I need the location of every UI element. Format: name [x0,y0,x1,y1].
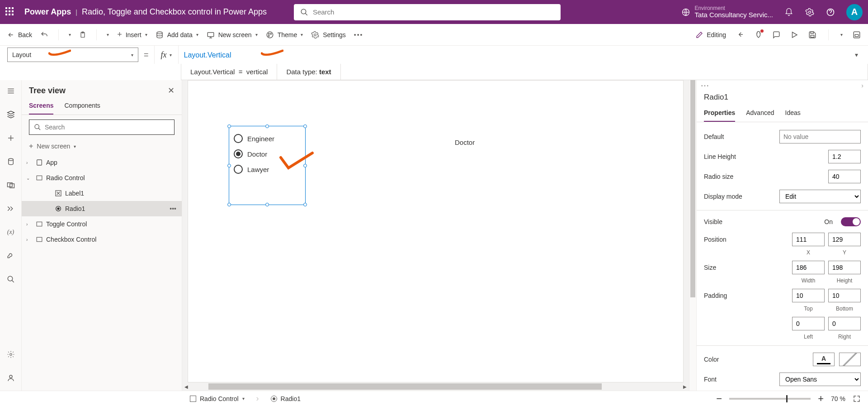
share-icon[interactable] [736,31,744,39]
pos-x-input[interactable] [792,233,825,246]
publish-icon[interactable] [853,31,861,39]
svg-rect-38 [37,222,42,226]
rail-media[interactable] [5,180,16,191]
rail-data[interactable] [5,156,16,167]
breadcrumb-control[interactable]: Radio1 [266,393,305,404]
radio-size-input[interactable] [828,170,861,183]
zoom-out-icon[interactable]: − [716,393,722,405]
paste-chevron[interactable]: ▾ [107,32,109,37]
insert-button[interactable]: +Insert▾ [117,30,147,39]
back-button[interactable]: Back [7,31,32,38]
editing-mode[interactable]: Editing [696,31,726,38]
tab-ideas[interactable]: Ideas [785,106,801,122]
rail-settings[interactable] [5,349,16,360]
search-input[interactable] [313,8,554,16]
label1-control[interactable]: Doctor [455,139,475,146]
property-selector[interactable]: Layout ▾ [7,48,138,62]
scroll-left-icon[interactable]: ◀ [182,384,190,389]
display-mode-select[interactable]: Edit [779,190,861,203]
props-collapse[interactable]: • • •› [697,80,868,91]
breadcrumb-screen[interactable]: Radio Control▾ [185,393,249,404]
more-button[interactable]: ••• [354,31,363,38]
fx-button[interactable]: fx▾ [154,46,179,64]
close-icon[interactable]: ✕ [168,86,175,96]
rail-insert[interactable] [5,133,16,143]
tree-node-app[interactable]: ›App [22,155,182,170]
new-screen-button[interactable]: New screen▾ [207,31,258,39]
line-height-input[interactable] [828,150,861,163]
vscroll-thumb[interactable] [690,80,695,297]
new-screen-link[interactable]: +New screen▾ [22,139,182,153]
save-icon[interactable] [808,31,816,39]
undo-button[interactable] [40,31,48,39]
rail-variables[interactable]: (x) [5,227,16,238]
rail-power-automate[interactable] [5,203,16,214]
svg-point-7 [157,32,162,34]
svg-line-28 [12,280,14,282]
rail-hamburger[interactable] [5,86,16,96]
pad-right-input[interactable] [828,317,861,330]
canvas-vscroll[interactable] [689,80,696,391]
radio-option-0[interactable]: Engineer [234,131,301,146]
tab-properties[interactable]: Properties [704,106,735,122]
svg-rect-18 [855,34,859,37]
visible-toggle[interactable] [841,217,861,226]
comments-icon[interactable] [772,31,780,39]
waffle-icon[interactable] [5,7,15,17]
undo-chevron[interactable]: ▾ [69,32,71,37]
global-search[interactable] [294,4,561,20]
formula-input[interactable]: Layout.Vertical [184,51,847,59]
canvas-hscroll[interactable]: ◀ ▶ [182,382,689,391]
pad-top-input[interactable] [792,289,825,302]
tree-search-input[interactable] [45,124,170,131]
tab-advanced[interactable]: Advanced [746,106,774,122]
tree-title: Tree view [29,86,66,96]
fill-color-button[interactable] [839,353,861,366]
pos-y-input[interactable] [828,233,861,246]
notifications-icon[interactable] [784,7,794,17]
theme-button[interactable]: Theme▾ [266,31,303,39]
tree-search[interactable] [29,119,175,135]
rail-advanced-tools[interactable] [5,250,16,261]
scroll-right-icon[interactable]: ▶ [681,384,689,389]
selected-control-name: Radio1 [697,91,868,106]
add-data-button[interactable]: Add data▾ [156,31,198,39]
tree-node-radio1[interactable]: Radio1••• [22,201,182,216]
settings-icon[interactable] [805,7,815,17]
height-input[interactable] [828,261,861,274]
fit-to-window-icon[interactable] [853,395,861,403]
tab-screens[interactable]: Screens [29,97,53,115]
avatar[interactable]: A [846,4,863,20]
save-chevron[interactable]: ▾ [840,32,843,37]
tree-node-radio-control[interactable]: ⌄Radio Control [22,170,182,186]
width-input[interactable] [792,261,825,274]
svg-point-12 [268,35,269,36]
font-color-button[interactable]: A [813,353,835,366]
canvas-page[interactable]: Engineer Doctor Lawyer Doctor [188,80,684,382]
default-input[interactable] [779,130,861,143]
tree-node-label1[interactable]: Label1 [22,186,182,201]
help-icon[interactable] [826,7,835,17]
env-label: Environment [695,5,773,11]
expand-formula-icon[interactable]: ▾ [852,51,861,58]
font-select[interactable]: Open Sans [779,373,861,386]
tree-node-toggle-control[interactable]: ›Toggle Control [22,216,182,232]
rail-search[interactable] [5,274,16,285]
pad-bottom-input[interactable] [828,289,861,302]
paste-button[interactable] [79,31,86,39]
zoom-in-icon[interactable]: + [818,393,824,405]
canvas[interactable]: Engineer Doctor Lawyer Doctor ◀ ▶ [182,80,689,391]
tree-node-checkbox-control[interactable]: ›Checkbox Control [22,232,182,247]
preview-icon[interactable] [790,31,798,39]
app-checker-icon[interactable] [754,31,762,39]
tab-components[interactable]: Components [64,97,100,115]
rail-virtual-agent[interactable] [5,373,16,383]
more-icon[interactable]: ••• [170,205,176,212]
settings-button[interactable]: Settings [311,31,346,39]
properties-panel: • • •› Radio1 Properties Advanced Ideas … [696,80,868,391]
hscroll-thumb[interactable] [208,383,602,390]
zoom-slider[interactable] [729,398,811,400]
rail-tree-view[interactable] [5,109,16,120]
pad-left-input[interactable] [792,317,825,330]
environment-picker[interactable]: Environment Tata Consultancy Servic... [681,5,773,19]
